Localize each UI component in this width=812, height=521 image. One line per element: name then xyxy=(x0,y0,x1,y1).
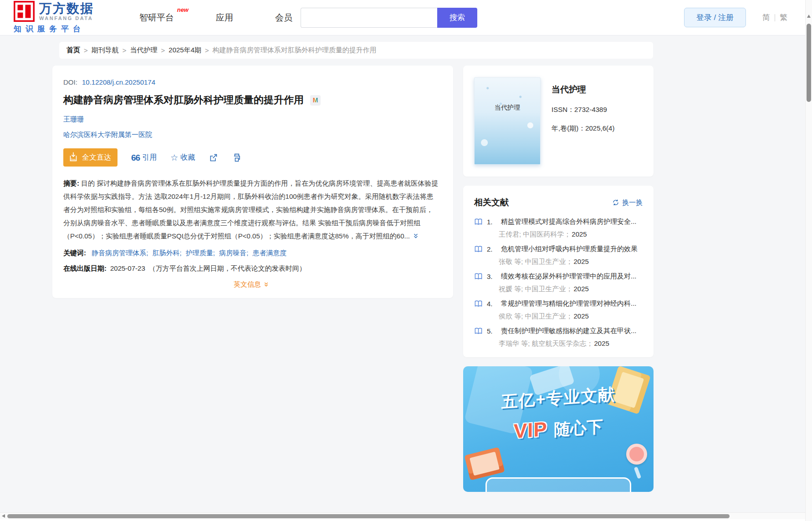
fulltext-button[interactable]: free 全文直达 xyxy=(63,148,117,167)
horizontal-scroll-thumb[interactable] xyxy=(7,514,730,518)
quote-icon: 66 xyxy=(131,153,140,162)
related-item-meta: 张敬 等; 中国卫生产业； xyxy=(499,258,573,265)
related-item-title[interactable]: 责任制护理护理敏感指标的建立及其在甲状... xyxy=(501,327,637,335)
keywords-row: 关键词: 静音病房管理体系; 肛肠外科; 护理质量; 病房噪音; 患者满意度 xyxy=(63,247,439,259)
m-badge-icon[interactable]: M xyxy=(310,95,321,106)
print-button[interactable] xyxy=(232,153,242,162)
related-item-year: 2025 xyxy=(574,258,589,265)
search-button[interactable]: 搜索 xyxy=(437,8,477,28)
share-button[interactable] xyxy=(209,153,218,162)
breadcrumb-issue[interactable]: 2025年4期 xyxy=(169,46,201,55)
print-icon xyxy=(232,153,242,162)
nav-member[interactable]: 会员 xyxy=(275,12,292,24)
lang-traditional[interactable]: 繁 xyxy=(780,12,787,23)
related-item-meta: 李瑞华 等; 航空航天医学杂志； xyxy=(499,339,593,347)
nav-apps[interactable]: 应用 xyxy=(216,12,233,24)
svg-text:free: free xyxy=(71,158,76,161)
author-link[interactable]: 王珊珊 xyxy=(63,115,84,123)
related-item-title[interactable]: 绩效考核在泌尿外科护理管理中的应用及对... xyxy=(501,272,637,281)
favorite-button[interactable]: ☆ 收藏 xyxy=(170,153,195,162)
cite-button[interactable]: 66 引用 xyxy=(131,153,157,162)
related-item-meta: 王传君; 中国医药科学； xyxy=(499,230,571,238)
horizontal-scrollbar[interactable] xyxy=(0,512,805,519)
breadcrumb-journal[interactable]: 当代护理 xyxy=(130,46,158,55)
nav-zhiyan[interactable]: 智研平台 new xyxy=(139,12,174,24)
related-item-title[interactable]: 常规护理管理与精细化护理管理对神经内科... xyxy=(501,299,637,308)
login-register-button[interactable]: 登录 / 注册 xyxy=(684,8,746,27)
wanfang-logo[interactable]: 万方数据 WANFANG DATA 知识服务平台 xyxy=(14,1,94,34)
refresh-button[interactable]: 换一换 xyxy=(612,198,643,207)
related-item-meta: 祝媛 等; 中国卫生产业； xyxy=(499,285,573,293)
keyword-link[interactable]: 护理质量 xyxy=(186,249,213,257)
top-bar: 万方数据 WANFANG DATA 知识服务平台 智研平台 new 应用 会员 … xyxy=(0,0,812,35)
online-date-row: 在线出版日期:2025-07-23（万方平台首次上网日期，不代表论文的发表时间） xyxy=(63,264,439,273)
related-item-number: 5. xyxy=(487,327,497,335)
search-box: 搜索 xyxy=(301,8,477,28)
wanfang-logo-icon xyxy=(14,1,35,22)
journal-cover[interactable]: 当代护理 xyxy=(474,77,541,165)
scroll-left-arrow[interactable] xyxy=(2,514,5,518)
journal-card: 当代护理 当代护理 ISSN：2732-4389 年,卷(期)：2025,6(4… xyxy=(463,66,654,177)
language-switch: 简 繁 xyxy=(762,12,787,23)
book-decoration xyxy=(464,447,505,480)
doi-label: DOI: xyxy=(63,78,77,86)
book-icon xyxy=(474,327,483,335)
related-item-number: 4. xyxy=(487,300,497,308)
chevron-down-icon xyxy=(263,282,269,288)
lang-divider xyxy=(775,14,775,21)
online-date-value: 2025-07-23 xyxy=(110,264,145,272)
doi-link[interactable]: 10.12208/j.cn.20250174 xyxy=(82,78,155,86)
abstract-text: 目的 探讨构建静音病房管理体系在肛肠外科护理质量提升方面的作用，旨在为优化病房环… xyxy=(63,179,438,240)
lang-simplified[interactable]: 简 xyxy=(762,12,770,23)
related-item-number: 3. xyxy=(487,273,497,280)
vertical-scrollbar[interactable] xyxy=(805,0,812,521)
related-item-year: 2025 xyxy=(574,312,589,320)
brand-name-en: WANFANG DATA xyxy=(39,15,94,21)
keyword-link[interactable]: 静音病房管理体系 xyxy=(92,249,146,257)
search-input[interactable] xyxy=(301,8,437,28)
keyword-link[interactable]: 肛肠外科 xyxy=(153,249,180,257)
share-icon xyxy=(209,153,218,162)
right-sidebar: 当代护理 当代护理 ISSN：2732-4389 年,卷(期)：2025,6(4… xyxy=(463,66,654,492)
book-icon xyxy=(474,218,483,226)
related-item-title[interactable]: 精益管理模式对提高综合外科病房护理安全... xyxy=(501,218,637,226)
related-item-meta: 侯欣 等; 中国卫生产业； xyxy=(499,312,573,320)
related-item-number: 1. xyxy=(487,218,497,226)
vip-promo-banner[interactable]: 五亿+专业文献 VIP 随心下 xyxy=(463,366,654,492)
brand-subtitle: 知识服务平台 xyxy=(14,24,94,34)
abstract-expand-chevron-icon[interactable] xyxy=(411,233,419,241)
magnifier-decoration xyxy=(626,444,647,465)
promo-tagline: 随心下 xyxy=(554,417,603,439)
affiliation-link[interactable]: 哈尔滨医科大学附属第一医院 xyxy=(63,131,152,138)
related-item: 5. 责任制护理护理敏感指标的建立及其在甲状... 李瑞华 等; 航空航天医学杂… xyxy=(474,327,643,348)
breadcrumb-journal-nav[interactable]: 期刊导航 xyxy=(92,46,119,55)
related-item-year: 2025 xyxy=(594,339,609,347)
related-item-number: 2. xyxy=(487,245,497,253)
keyword-link[interactable]: 病房噪音 xyxy=(219,249,246,257)
scroll-up-arrow[interactable] xyxy=(807,15,811,18)
related-item: 3. 绩效考核在泌尿外科护理管理中的应用及对... 祝媛 等; 中国卫生产业；2… xyxy=(474,272,643,293)
related-item-year: 2025 xyxy=(572,230,587,238)
promo-pill-button[interactable] xyxy=(485,477,631,492)
journal-issn: ISSN：2732-4389 xyxy=(552,106,614,114)
star-icon: ☆ xyxy=(170,153,178,162)
breadcrumb: 首页 > 期刊导航 > 当代护理 > 2025年4期 > 构建静音病房管理体系对… xyxy=(59,42,653,59)
keyword-link[interactable]: 患者满意度 xyxy=(253,249,287,257)
breadcrumb-separator: > xyxy=(84,46,88,54)
online-date-label: 在线出版日期: xyxy=(63,264,107,272)
refresh-icon xyxy=(612,199,619,206)
related-item: 4. 常规护理管理与精细化护理管理对神经内科... 侯欣 等; 中国卫生产业；2… xyxy=(474,299,643,321)
related-title: 相关文献 xyxy=(474,197,509,208)
book-icon xyxy=(474,245,483,253)
fulltext-download-icon: free xyxy=(68,152,79,163)
english-info-toggle[interactable]: 英文信息 xyxy=(63,280,439,289)
journal-name[interactable]: 当代护理 xyxy=(552,84,614,96)
breadcrumb-home[interactable]: 首页 xyxy=(66,46,80,55)
related-item-title[interactable]: 危机管理小组对呼吸内科护理质量提升的效果 xyxy=(501,245,638,253)
related-item: 1. 精益管理模式对提高综合外科病房护理安全... 王传君; 中国医药科学；20… xyxy=(474,218,643,239)
article-detail-card: DOI: 10.12208/j.cn.20250174 构建静音病房管理体系对肛… xyxy=(52,66,453,298)
new-badge: new xyxy=(177,6,189,13)
abstract-label: 摘要: xyxy=(63,179,79,187)
promo-vip-text: VIP xyxy=(514,418,547,442)
vertical-scroll-thumb[interactable] xyxy=(807,24,811,102)
